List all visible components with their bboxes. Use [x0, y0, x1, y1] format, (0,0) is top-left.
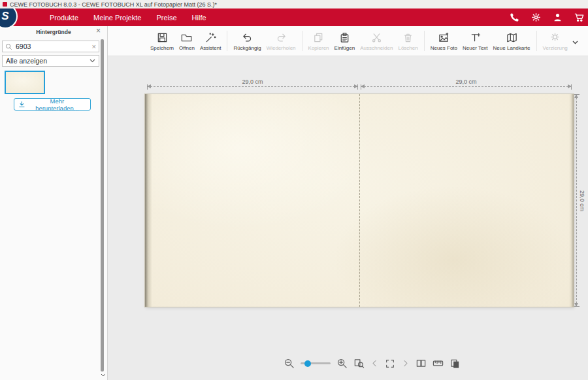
pages-stack-icon: [449, 358, 461, 369]
user-icon[interactable]: [552, 12, 563, 23]
redo-icon: [275, 31, 287, 44]
left-page[interactable]: [152, 94, 359, 307]
window-titlebar: CEWE FOTOBUCH 8.0.3 - CEWE FOTOBUCH XL a…: [0, 0, 588, 9]
trash-icon: [402, 31, 414, 44]
scroll-down-button[interactable]: [101, 368, 106, 379]
chevron-left-icon: [370, 358, 379, 368]
fullscreen-icon: [385, 358, 395, 369]
toolbar-separator: [536, 31, 537, 51]
chevron-down-icon: [572, 41, 578, 44]
right-page[interactable]: [359, 94, 569, 307]
zoom-out-icon: [284, 358, 295, 369]
view-controls: [284, 358, 461, 369]
zoom-in-icon: [336, 358, 348, 369]
menu-item-hilfe[interactable]: Hilfe: [192, 14, 206, 22]
dimension-right: 29,0 cm: [574, 94, 585, 307]
ruler-toggle-button[interactable]: [433, 358, 444, 369]
paste-button[interactable]: Einfügen: [332, 30, 358, 52]
redo-label: Wiederholen: [267, 45, 296, 51]
pages-overview-button[interactable]: [449, 358, 461, 369]
menu-item-meine-projekte[interactable]: Meine Projekte: [93, 14, 141, 22]
facing-pages-icon: [416, 358, 427, 369]
search-input[interactable]: [14, 42, 90, 51]
zoom-slider[interactable]: [301, 362, 331, 364]
copy-button[interactable]: Kopieren: [306, 30, 332, 52]
assistant-label: Assistent: [200, 45, 221, 51]
open-button[interactable]: Öffnen: [176, 30, 197, 52]
dimension-label: 29,0 cm: [242, 78, 263, 85]
filter-value: Alle anzeigen: [6, 57, 47, 65]
next-page-button[interactable]: [401, 358, 410, 368]
new-photo-icon: [438, 31, 450, 44]
decoration-dropdown-button[interactable]: [571, 34, 580, 48]
ruler-icon: [433, 358, 444, 369]
cut-button[interactable]: Ausschneiden: [357, 30, 395, 52]
chevron-right-icon: [401, 358, 410, 368]
open-label: Öffnen: [179, 45, 195, 51]
zoom-slider-knob[interactable]: [304, 360, 311, 367]
dimension-label: 29,0 cm: [579, 190, 585, 211]
toolbar-separator: [227, 31, 227, 51]
search-icon: [5, 43, 12, 50]
undo-icon: [241, 31, 253, 44]
phone-icon[interactable]: [509, 12, 520, 23]
menu-item-preise[interactable]: Preise: [156, 14, 176, 22]
undo-label: Rückgängig: [233, 45, 261, 51]
background-filter-select[interactable]: Alle anzeigen: [2, 55, 99, 67]
background-thumbnail-6903[interactable]: [5, 71, 45, 94]
new-map-icon: [506, 31, 518, 44]
decoration-button[interactable]: Verzierung: [540, 30, 570, 52]
zoom-fit-button[interactable]: [353, 358, 365, 369]
save-button[interactable]: Speichern: [148, 30, 176, 52]
wand-icon: [204, 31, 217, 44]
new-map-button[interactable]: Neue Landkarte: [491, 30, 533, 52]
cart-icon[interactable]: [574, 12, 585, 23]
brand-logo-text: S: [1, 10, 8, 23]
sidebar-scrollbar[interactable]: [101, 39, 104, 371]
zoom-in-button[interactable]: [336, 358, 348, 369]
menu-item-produkte[interactable]: Produkte: [50, 14, 78, 22]
gear-icon[interactable]: [531, 12, 542, 23]
copy-label: Kopieren: [308, 45, 329, 51]
new-text-label: Neuer Text: [463, 45, 488, 51]
panel-close-button[interactable]: ×: [96, 27, 101, 35]
scrollbar-thumb[interactable]: [101, 39, 104, 371]
window-title: CEWE FOTOBUCH 8.0.3 - CEWE FOTOBUCH XL a…: [10, 1, 217, 8]
undo-button[interactable]: Rückgängig: [231, 30, 263, 52]
new-photo-button[interactable]: Neues Foto: [428, 30, 460, 52]
page-spread: [145, 94, 574, 307]
new-map-label: Neue Landkarte: [493, 45, 531, 51]
dimension-top-right: 29,0 cm: [361, 78, 572, 87]
zoom-fit-icon: [353, 358, 365, 369]
zoom-out-button[interactable]: [284, 358, 295, 369]
decoration-label: Verzierung: [543, 45, 568, 51]
clear-search-button[interactable]: ×: [92, 43, 96, 50]
download-more-button[interactable]: Mehr herunterladen...: [14, 98, 91, 111]
toolbar-separator: [424, 31, 425, 51]
prev-page-button[interactable]: [370, 358, 379, 368]
decoration-icon: [549, 31, 561, 44]
redo-button[interactable]: Wiederholen: [264, 30, 299, 52]
fullscreen-button[interactable]: [385, 358, 395, 369]
spread-view-button[interactable]: [416, 358, 427, 369]
copy-icon: [312, 31, 325, 44]
new-text-button[interactable]: Neuer Text: [460, 30, 491, 52]
center-fold-line: [359, 94, 360, 307]
editor-canvas: 29,0 cm 29,0 cm 29,0 cm: [108, 57, 588, 380]
chevron-down-icon: [101, 373, 106, 377]
toolbar-separator: [302, 31, 302, 51]
book-spine: [145, 94, 152, 307]
assistant-button[interactable]: Assistent: [197, 30, 223, 52]
save-label: Speichern: [150, 45, 174, 51]
save-icon: [156, 31, 169, 44]
main-menubar: S Produkte Meine Projekte Preise Hilfe: [0, 9, 588, 26]
paste-label: Einfügen: [335, 45, 355, 51]
new-text-icon: [469, 31, 482, 44]
cut-label: Ausschneiden: [360, 45, 393, 51]
delete-button[interactable]: Löschen: [395, 30, 420, 52]
dimension-label: 29,0 cm: [455, 78, 476, 85]
panel-title: Hintergründe: [0, 29, 107, 35]
menubar-icons: [509, 9, 585, 26]
download-more-label: Mehr herunterladen...: [28, 97, 86, 112]
app-icon: [3, 2, 7, 7]
